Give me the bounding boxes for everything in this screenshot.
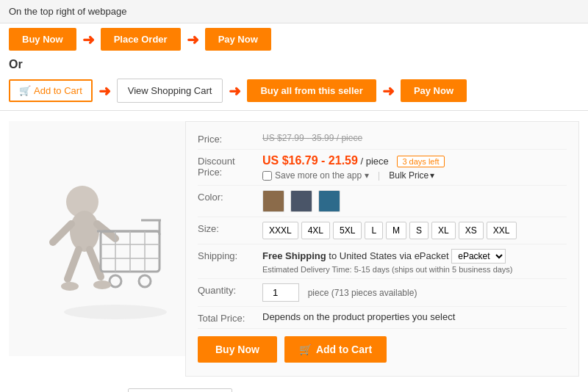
shipping-value: Free Shipping to United States via ePack… xyxy=(262,249,567,274)
action-buttons: Buy Now 🛒 Add to Cart xyxy=(198,329,567,370)
buy-now-button-main[interactable]: Buy Now xyxy=(198,336,277,363)
or-divider-row: Or xyxy=(0,55,588,74)
free-shipping-text: Free Shipping xyxy=(262,250,326,261)
pay-now-button-2[interactable]: Pay Now xyxy=(401,79,467,102)
size-xs[interactable]: XS xyxy=(459,222,484,239)
quantity-input[interactable] xyxy=(262,283,299,302)
size-xxl[interactable]: XXL xyxy=(487,222,517,239)
color-label: Color: xyxy=(198,190,257,203)
color-swatches xyxy=(262,190,567,212)
add-to-cart-button-main[interactable]: 🛒 Add to Cart xyxy=(284,336,387,363)
color-swatch-2[interactable] xyxy=(290,190,312,212)
place-order-button[interactable]: Place Order xyxy=(101,28,181,51)
flow-row-2: 🛒 Add to Cart ➜ View Shopping Cart ➜ Buy… xyxy=(0,74,588,107)
discount-price-amount: US $16.79 - 21.59 xyxy=(262,154,358,167)
product-details-panel: Price: US $27.99 - 35.99 / piece Discoun… xyxy=(185,121,579,377)
total-price-row: Total Price: Depends on the product prop… xyxy=(198,307,567,329)
color-value xyxy=(262,190,567,212)
size-5xl[interactable]: 5XL xyxy=(333,222,362,239)
product-area: Price: US $27.99 - 35.99 / piece Discoun… xyxy=(0,114,588,384)
size-xl[interactable]: XL xyxy=(431,222,456,239)
save-app-dropdown-icon: ▾ xyxy=(365,170,369,181)
discount-price-row: DiscountPrice: US $16.79 - 21.59 / piece… xyxy=(198,150,567,186)
save-app-checkbox[interactable] xyxy=(262,171,272,181)
size-s[interactable]: S xyxy=(409,222,429,239)
add-to-cart-button-top[interactable]: 🛒 Add to Cart xyxy=(9,79,93,102)
days-badge: 3 days left xyxy=(397,156,444,167)
top-instruction-text: On the top right of webpage xyxy=(9,6,126,17)
quantity-row: Quantity: piece (713 pieces available) xyxy=(198,279,567,307)
arrow-icon-2: ➜ xyxy=(187,31,199,48)
svg-line-4 xyxy=(68,250,79,279)
color-row: Color: xyxy=(198,186,567,217)
shipping-row: Shipping: Free Shipping to United States… xyxy=(198,244,567,279)
svg-point-18 xyxy=(64,305,167,319)
shipping-to-text: to United States via ePacket xyxy=(329,250,448,261)
total-price-value: Depends on the product properties you se… xyxy=(262,311,567,322)
size-label: Size: xyxy=(198,222,257,234)
size-value: XXXL 4XL 5XL L M S XL XS XXL xyxy=(262,222,567,239)
svg-line-2 xyxy=(53,224,71,242)
arrow-icon-3: ➜ xyxy=(98,82,111,100)
main-divider xyxy=(0,110,588,111)
color-swatch-3[interactable] xyxy=(318,190,340,212)
add-to-wish-list-button[interactable]: ♡ Add to Wish List ▾ xyxy=(128,388,232,392)
save-app-text: Save more on the app xyxy=(275,170,362,181)
discount-price-value: US $16.79 - 21.59 / piece 3 days left Sa… xyxy=(262,154,567,181)
view-shopping-cart-button[interactable]: View Shopping Cart xyxy=(117,79,223,103)
total-price-label: Total Price: xyxy=(198,311,257,324)
svg-point-1 xyxy=(70,211,99,252)
color-swatch-1[interactable] xyxy=(262,190,284,212)
bulk-price-button[interactable]: Bulk Price ▾ xyxy=(389,170,434,181)
or-label: Or xyxy=(9,58,23,71)
shipping-method-select[interactable]: ePacket xyxy=(451,249,506,264)
bulk-price-dropdown-icon: ▾ xyxy=(430,170,434,181)
shipping-text: Free Shipping to United States via ePack… xyxy=(262,249,567,264)
price-row: Price: US $27.99 - 35.99 / piece xyxy=(198,128,567,150)
svg-point-12 xyxy=(139,275,151,287)
buy-all-seller-button[interactable]: Buy all from this seller xyxy=(247,79,376,102)
svg-point-11 xyxy=(110,275,121,287)
product-image xyxy=(9,121,185,356)
original-price: US $27.99 - 35.99 / piece xyxy=(262,133,362,143)
shipping-estimate: Estimated Delivery Time: 5-15 days (ship… xyxy=(262,265,567,274)
flow-row-1: Buy Now ➜ Place Order ➜ Pay Now xyxy=(0,23,588,55)
cart-icon-main: 🛒 xyxy=(299,344,312,355)
price-value: US $27.99 - 35.99 / piece xyxy=(262,132,567,143)
size-buttons-group: XXXL 4XL 5XL L M S XL XS XXL xyxy=(262,222,567,239)
size-xxxl[interactable]: XXXL xyxy=(262,222,298,239)
buy-now-button-1[interactable]: Buy Now xyxy=(9,28,76,51)
save-app-row: Save more on the app ▾ | Bulk Price ▾ xyxy=(262,170,567,181)
price-label: Price: xyxy=(198,132,257,145)
size-m[interactable]: M xyxy=(386,222,406,239)
pay-now-button-1[interactable]: Pay Now xyxy=(205,28,271,51)
quantity-available: piece (713 pieces available) xyxy=(308,288,417,298)
top-instruction-bar: On the top right of webpage xyxy=(0,0,588,23)
quantity-label: Quantity: xyxy=(198,283,257,296)
arrow-icon-5: ➜ xyxy=(382,82,395,100)
size-row: Size: XXXL 4XL 5XL L M S XL XS XXL xyxy=(198,217,567,244)
size-4xl[interactable]: 4XL xyxy=(301,222,330,239)
arrow-icon-4: ➜ xyxy=(229,82,241,100)
discount-price-label: DiscountPrice: xyxy=(198,154,257,178)
shopping-cart-illustration xyxy=(20,150,174,327)
svg-point-20 xyxy=(93,280,111,289)
arrow-icon-1: ➜ xyxy=(82,31,95,48)
shipping-label: Shipping: xyxy=(198,249,257,261)
quantity-value: piece (713 pieces available) xyxy=(262,283,567,302)
wish-list-row: IF you like it! Chick here~ ♡ Add to Wis… xyxy=(0,384,588,392)
svg-line-5 xyxy=(90,250,101,277)
cart-icon-top: 🛒 xyxy=(19,85,31,96)
svg-point-19 xyxy=(61,282,79,291)
price-unit: / piece xyxy=(361,156,389,167)
size-l[interactable]: L xyxy=(365,222,383,239)
